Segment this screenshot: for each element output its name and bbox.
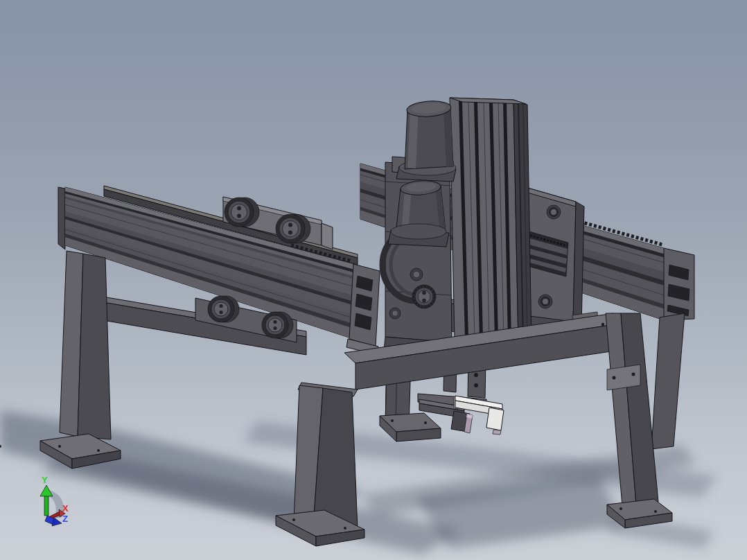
rail-end-cap xyxy=(664,248,694,320)
z-axis-column[interactable] xyxy=(450,98,531,344)
roller-wheel xyxy=(208,296,239,322)
roller-wheel xyxy=(276,214,310,243)
cad-3d-viewport[interactable]: Y X Z xyxy=(0,0,747,560)
bolt xyxy=(389,308,401,319)
triad-x-label: X xyxy=(62,503,69,514)
bolt xyxy=(410,268,423,281)
triad-y-label: Y xyxy=(42,475,48,485)
roller-wheel xyxy=(262,312,293,338)
triad-z-label: Z xyxy=(62,514,68,524)
bearing-bolt xyxy=(547,205,561,219)
roller-wheel xyxy=(225,198,259,227)
bearing-bolt xyxy=(538,295,552,308)
pinion-wheel xyxy=(412,285,436,308)
